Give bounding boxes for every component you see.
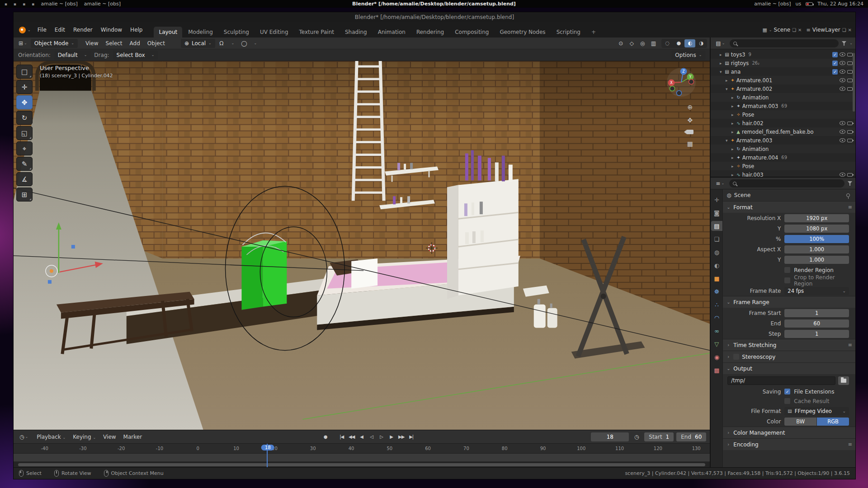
measure-tool-button[interactable]: ∡ xyxy=(16,172,33,186)
menu-file[interactable]: File xyxy=(33,25,51,34)
next-keyframe-button[interactable]: ▶▶ xyxy=(397,432,406,441)
gizmo-axis-z-neg[interactable] xyxy=(677,91,682,96)
render-visibility-camera-icon[interactable] xyxy=(847,87,853,91)
scale-tool-button[interactable]: ◱ xyxy=(16,126,33,140)
shading-rendered-icon[interactable]: ◑ xyxy=(696,39,707,47)
cache-result-checkbox[interactable] xyxy=(784,398,790,404)
toggle-xray-icon[interactable]: ▥ xyxy=(648,39,658,48)
render-visibility-camera-icon[interactable] xyxy=(847,53,853,56)
render-visibility-camera-icon[interactable] xyxy=(847,130,853,134)
timeline-track-area[interactable] xyxy=(14,462,710,467)
properties-tab-object[interactable]: ■ xyxy=(711,273,722,283)
visibility-eye-icon[interactable] xyxy=(840,61,845,65)
outliner-row[interactable]: ▸∿hair.002 xyxy=(711,119,855,127)
disclosure-right-icon[interactable]: ▸ xyxy=(730,130,735,134)
close-icon[interactable]: ✕ xyxy=(798,28,802,33)
panel-menu-icon[interactable]: ≡ xyxy=(848,342,852,348)
workspace-tab-uv-editing[interactable]: UV Editing xyxy=(255,27,293,38)
workspace-tab-shading[interactable]: Shading xyxy=(340,27,372,38)
frame-end-field[interactable]: End60 xyxy=(676,432,706,441)
menu-add[interactable]: Add xyxy=(126,39,144,47)
add-workspace-button[interactable]: + xyxy=(586,27,601,38)
disclosure-down-icon[interactable]: ▾ xyxy=(718,70,723,74)
menu-playback[interactable]: Playback ⌄ xyxy=(33,433,69,441)
disclosure-down-icon[interactable]: ▾ xyxy=(724,138,729,143)
properties-tab-output[interactable]: ▤ xyxy=(711,221,722,231)
jump-to-end-button[interactable]: ▶| xyxy=(407,432,416,441)
panel-presets-icon[interactable]: ≡ xyxy=(848,204,852,210)
menu-edit[interactable]: Edit xyxy=(51,25,69,34)
timeline-summary-track[interactable] xyxy=(14,454,710,462)
properties-search-input[interactable] xyxy=(729,179,844,188)
menu-keying[interactable]: Keying ⌄ xyxy=(69,433,99,441)
render-visibility-camera-icon[interactable] xyxy=(847,173,853,177)
new-scene-icon[interactable]: ❏ xyxy=(792,28,796,33)
disclosure-right-icon[interactable]: ▸ xyxy=(730,113,735,117)
panel-time-stretching-header[interactable]: › Time Stretching ≡ xyxy=(723,339,855,351)
pin-icon[interactable] xyxy=(846,193,850,197)
scene-selector[interactable]: ▦ ⌄ Scene ❏ ✕ xyxy=(762,27,802,33)
workspace-tab-modeling[interactable]: Modeling xyxy=(183,27,218,38)
view-layer-selector[interactable]: ≡ ViewLayer ❏ ✕ xyxy=(806,27,852,33)
crop-region-checkbox[interactable] xyxy=(784,277,790,283)
outliner-row[interactable]: ▾✦Armature.002 xyxy=(711,84,855,93)
toggle-ortho-icon[interactable]: ▦ xyxy=(687,140,693,147)
visibility-eye-icon[interactable] xyxy=(840,130,845,134)
menu-object[interactable]: Object xyxy=(144,39,169,47)
panel-format-header[interactable]: ⌄ Format ≡ xyxy=(723,202,855,213)
disclosure-right-icon[interactable]: ▸ xyxy=(730,155,735,160)
cursor-tool-button[interactable]: ✛ xyxy=(16,80,33,94)
workspace-tab-texture-paint[interactable]: Texture Paint xyxy=(294,27,339,38)
disclosure-right-icon[interactable]: ▸ xyxy=(718,61,723,66)
move-tool-button[interactable]: ✥ xyxy=(16,95,33,109)
prev-keyframe-button[interactable]: ◀◀ xyxy=(347,432,356,441)
use-preview-range-icon[interactable]: ◷ xyxy=(632,432,642,441)
disclosure-right-icon[interactable]: ▸ xyxy=(730,104,735,108)
os-clock[interactable]: Thu, 22 Aug 16:24 xyxy=(817,1,863,7)
shading-material-preview-icon[interactable]: ◐ xyxy=(684,39,695,47)
panel-color-management-header[interactable]: › Color Management xyxy=(723,427,855,438)
frame-step-field[interactable]: 1 xyxy=(784,330,849,338)
next-frame-button[interactable]: ▶ xyxy=(387,432,396,441)
navigation-gizmo[interactable]: X Y Z xyxy=(666,67,696,97)
shading-wireframe-icon[interactable]: ◌ xyxy=(662,39,673,47)
collection-checkbox[interactable]: ✓ xyxy=(832,69,838,75)
menu-window[interactable]: Window xyxy=(97,25,126,34)
outliner-row[interactable]: ▸✦Armature.00469 xyxy=(711,153,855,162)
camera-view-icon[interactable] xyxy=(686,130,693,134)
file-extensions-checkbox[interactable]: ✓ xyxy=(784,389,790,394)
disclosure-right-icon[interactable]: ▸ xyxy=(724,78,729,83)
menu-render[interactable]: Render xyxy=(69,25,97,34)
mode-dropdown[interactable]: Object Mode⌄ xyxy=(31,39,78,48)
visibility-eye-icon[interactable] xyxy=(840,138,845,142)
menu-view[interactable]: View xyxy=(82,39,102,47)
filter-icon[interactable] xyxy=(847,181,853,186)
object-type-visibility-icon[interactable]: ⊙ xyxy=(616,39,626,48)
properties-tab-world[interactable]: ◐ xyxy=(711,260,722,270)
outliner-row[interactable]: ▸✧Pose xyxy=(711,110,855,119)
play-reverse-button[interactable]: ◁ xyxy=(367,432,376,441)
color-bw-button[interactable]: BW xyxy=(784,418,816,426)
properties-tab-modifiers[interactable]: ☸ xyxy=(711,286,722,296)
render-visibility-camera-icon[interactable] xyxy=(847,139,853,142)
disclosure-right-icon[interactable]: ▸ xyxy=(730,173,735,177)
orientation-setting-dropdown[interactable]: Default⌄ xyxy=(54,51,91,60)
play-button[interactable]: ▷ xyxy=(377,432,386,441)
transform-orientation-dropdown[interactable]: ⊕Local⌄ xyxy=(181,39,215,48)
visibility-eye-icon[interactable] xyxy=(840,121,845,125)
proportional-falloff-button[interactable]: ⌄ xyxy=(250,39,260,48)
blender-logo-icon[interactable] xyxy=(19,27,26,33)
render-visibility-camera-icon[interactable] xyxy=(847,61,853,65)
properties-tab-physics[interactable]: ◠ xyxy=(711,313,722,323)
render-visibility-camera-icon[interactable] xyxy=(847,79,853,82)
outliner-row[interactable]: ▸↻Animation xyxy=(711,145,855,153)
open-folder-button[interactable] xyxy=(838,376,849,385)
playhead[interactable]: 18 xyxy=(267,444,268,467)
options-dropdown[interactable]: Options⌄ xyxy=(671,51,705,60)
visibility-eye-icon[interactable] xyxy=(840,173,845,177)
frame-start-field[interactable]: Start1 xyxy=(644,432,674,441)
timeline-ruler[interactable]: -40-30-20-100102030405060708090100110120… xyxy=(14,444,710,454)
collection-checkbox[interactable]: ✓ xyxy=(832,61,838,66)
visibility-eye-icon[interactable] xyxy=(840,70,845,74)
timeline-editor-type-button[interactable]: ◷⌄ xyxy=(17,433,30,441)
